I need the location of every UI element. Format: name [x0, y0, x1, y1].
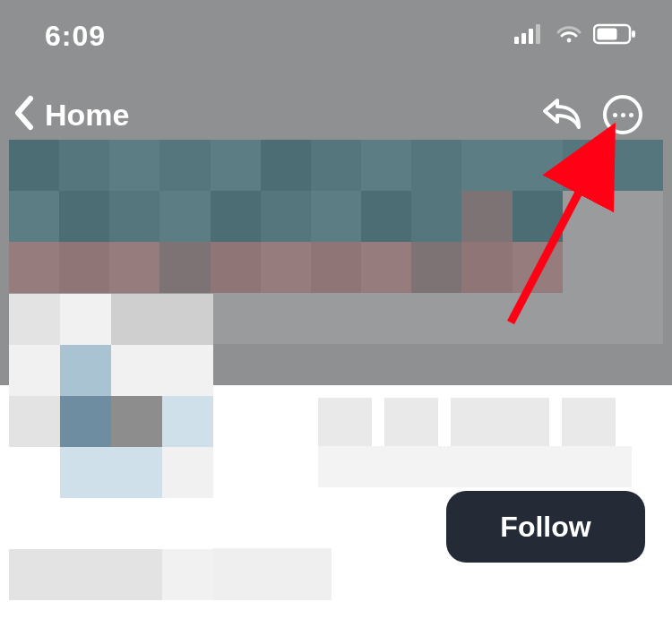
status-icons	[514, 23, 636, 48]
svg-rect-6	[598, 29, 617, 40]
navigation-bar: Home	[0, 90, 672, 140]
back-label: Home	[45, 98, 129, 133]
svg-point-4	[567, 39, 572, 43]
status-bar: 6:09	[0, 0, 672, 72]
reply-arrow-icon	[541, 95, 582, 134]
svg-rect-1	[521, 33, 526, 44]
share-button[interactable]	[539, 92, 584, 137]
more-options-button[interactable]	[600, 92, 645, 137]
svg-rect-2	[529, 29, 533, 44]
status-time: 6:09	[45, 20, 106, 53]
svg-rect-0	[514, 37, 519, 44]
cellular-signal-icon	[514, 24, 545, 47]
battery-icon	[593, 23, 636, 48]
screen-root: 6:09 Home	[0, 0, 672, 619]
follow-button[interactable]: Follow	[446, 491, 645, 563]
svg-rect-3	[536, 24, 540, 44]
follow-button-label: Follow	[500, 511, 590, 544]
svg-rect-7	[632, 30, 635, 38]
back-button[interactable]: Home	[11, 95, 129, 134]
profile-handle-placeholder	[318, 446, 632, 487]
profile-avatar-pixelated	[9, 294, 213, 600]
wifi-icon	[556, 24, 582, 47]
more-ellipsis-icon	[603, 95, 642, 134]
chevron-left-icon	[11, 95, 36, 134]
